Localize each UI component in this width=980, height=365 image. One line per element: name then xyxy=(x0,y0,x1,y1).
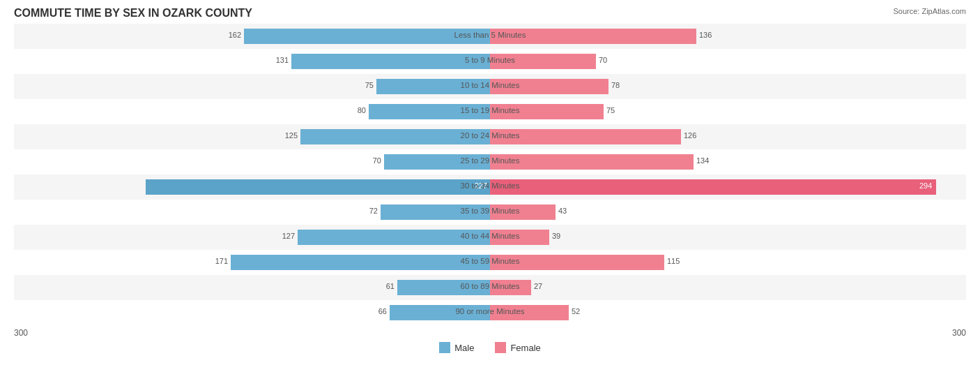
legend: Male Female xyxy=(14,342,966,353)
val-right: 126 xyxy=(684,131,696,140)
val-right: 115 xyxy=(667,257,680,265)
val-left: 61 xyxy=(386,282,395,290)
val-left: 127 xyxy=(282,232,295,240)
axis-labels: 300 300 xyxy=(14,328,966,338)
val-right: 294 xyxy=(919,181,932,190)
table-row: 1273940 to 44 Minutes xyxy=(14,225,966,250)
val-right: 39 xyxy=(552,232,560,240)
val-left: 131 xyxy=(276,56,289,64)
val-right: 75 xyxy=(606,106,615,114)
legend-male-box xyxy=(439,342,450,353)
val-right: 134 xyxy=(696,156,709,165)
val-left: 80 xyxy=(358,106,366,114)
legend-female: Female xyxy=(495,342,540,353)
val-left: 66 xyxy=(378,307,387,315)
legend-female-box xyxy=(495,342,506,353)
val-right: 27 xyxy=(534,282,542,290)
val-left: 171 xyxy=(215,257,228,265)
chart-container: COMMUTE TIME BY SEX IN OZARK COUNTY Sour… xyxy=(0,0,980,365)
val-right: 43 xyxy=(558,207,567,215)
table-row: 162136Less than 5 Minutes xyxy=(14,24,966,49)
val-left: 227 xyxy=(475,181,487,190)
val-left: 125 xyxy=(285,131,298,140)
table-row: 22729430 to 34 Minutes xyxy=(14,174,966,200)
val-right: 52 xyxy=(572,307,580,315)
val-left: 70 xyxy=(373,156,381,165)
val-left: 162 xyxy=(229,31,241,39)
legend-male-label: Male xyxy=(454,343,474,353)
table-row: 724335 to 39 Minutes xyxy=(14,200,966,225)
table-row: 17111545 to 59 Minutes xyxy=(14,250,966,275)
val-left: 72 xyxy=(369,207,378,215)
legend-male: Male xyxy=(439,342,474,353)
chart-title: COMMUTE TIME BY SEX IN OZARK COUNTY xyxy=(14,7,966,20)
source-label: Source: ZipAtlas.com xyxy=(893,7,966,15)
table-row: 612760 to 89 Minutes xyxy=(14,275,966,300)
val-right: 70 xyxy=(599,56,607,64)
table-row: 131705 to 9 Minutes xyxy=(14,49,966,74)
val-left: 75 xyxy=(365,81,374,89)
val-right: 136 xyxy=(699,31,712,39)
axis-right: 300 xyxy=(952,328,966,338)
table-row: 807515 to 19 Minutes xyxy=(14,99,966,124)
table-row: 757810 to 14 Minutes xyxy=(14,74,966,99)
table-row: 12512620 to 24 Minutes xyxy=(14,124,966,149)
axis-left: 300 xyxy=(14,328,28,338)
val-right: 78 xyxy=(611,81,620,89)
table-row: 7013425 to 29 Minutes xyxy=(14,149,966,174)
legend-female-label: Female xyxy=(510,343,540,353)
chart-rows: 162136Less than 5 Minutes131705 to 9 Min… xyxy=(14,24,966,325)
table-row: 665290 or more Minutes xyxy=(14,300,966,325)
